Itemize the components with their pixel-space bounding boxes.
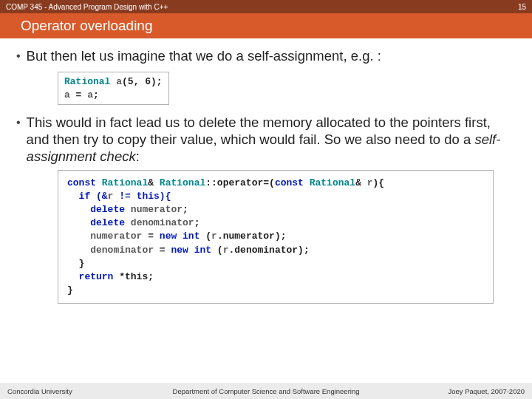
slide-content: • But then let us imagine that we do a s… <box>0 38 532 304</box>
slide-title: Operator overloading <box>21 18 153 34</box>
footer-left: Concordia University <box>7 387 72 395</box>
bullet-dot-icon: • <box>16 50 21 64</box>
code-snippet-1: Rational a(5, 6); a = a; <box>58 72 169 105</box>
bullet-dot-icon: • <box>16 116 21 165</box>
code-snippet-2: const Rational& Rational::operator=(cons… <box>58 170 494 304</box>
header-bar: COMP 345 - Advanced Program Design with … <box>0 0 532 13</box>
footer-bar: Concordia University Department of Compu… <box>0 383 532 399</box>
bullet-2-text: This would in fact lead us to delete the… <box>27 114 516 165</box>
footer-center: Department of Computer Science and Softw… <box>173 387 360 395</box>
slide-title-bar: Operator overloading <box>0 13 532 38</box>
page-number: 15 <box>518 3 526 11</box>
bullet-1-text: But then let us imagine that we do a sel… <box>27 47 516 64</box>
bullet-2: • This would in fact lead us to delete t… <box>16 114 516 165</box>
footer-right: Joey Paquet, 2007-2020 <box>448 387 525 395</box>
bullet-1: • But then let us imagine that we do a s… <box>16 47 516 64</box>
course-label: COMP 345 - Advanced Program Design with … <box>6 3 168 11</box>
